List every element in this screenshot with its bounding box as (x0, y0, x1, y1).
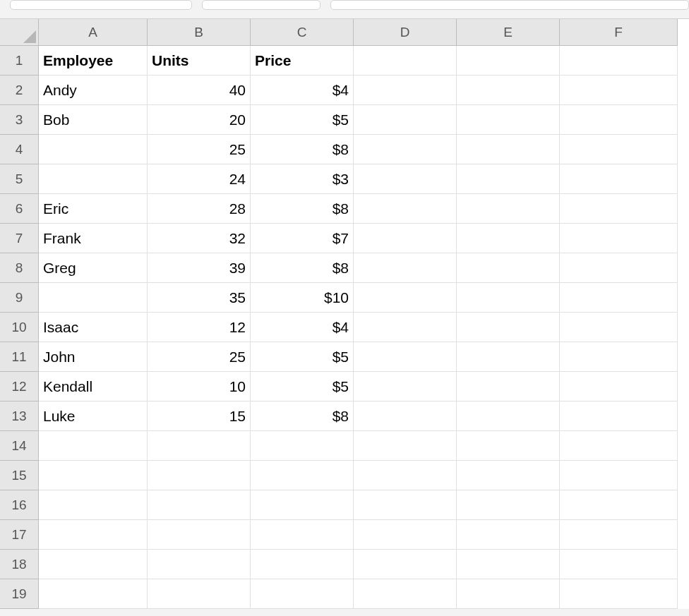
cell-A9[interactable] (39, 283, 148, 313)
cell-E8[interactable] (457, 253, 560, 283)
row-header-13[interactable]: 13 (0, 401, 39, 431)
cell-C17[interactable] (251, 520, 354, 550)
cell-D19[interactable] (354, 579, 457, 609)
cell-D3[interactable] (354, 105, 457, 135)
cell-E12[interactable] (457, 372, 560, 401)
cell-B11[interactable]: 25 (148, 342, 251, 372)
cell-C5[interactable]: $3 (251, 164, 354, 194)
cell-A18[interactable] (39, 550, 148, 579)
row-header-12[interactable]: 12 (0, 372, 39, 401)
cell-C1[interactable]: Price (251, 46, 354, 76)
row-header-3[interactable]: 3 (0, 105, 39, 135)
row-header-19[interactable]: 19 (0, 579, 39, 609)
cell-C9[interactable]: $10 (251, 283, 354, 313)
cell-A5[interactable] (39, 164, 148, 194)
cell-F13[interactable] (560, 401, 678, 431)
cell-C2[interactable]: $4 (251, 76, 354, 105)
cell-C3[interactable]: $5 (251, 105, 354, 135)
cell-E3[interactable] (457, 105, 560, 135)
row-header-7[interactable]: 7 (0, 224, 39, 253)
cell-E18[interactable] (457, 550, 560, 579)
cell-F14[interactable] (560, 431, 678, 461)
cell-A1[interactable]: Employee (39, 46, 148, 76)
cell-D13[interactable] (354, 401, 457, 431)
cell-E11[interactable] (457, 342, 560, 372)
cell-C14[interactable] (251, 431, 354, 461)
cell-C10[interactable]: $4 (251, 313, 354, 342)
cell-C6[interactable]: $8 (251, 194, 354, 224)
cell-D4[interactable] (354, 135, 457, 164)
cell-D18[interactable] (354, 550, 457, 579)
cell-A14[interactable] (39, 431, 148, 461)
cell-F12[interactable] (560, 372, 678, 401)
cell-A12[interactable]: Kendall (39, 372, 148, 401)
cell-D8[interactable] (354, 253, 457, 283)
cell-C15[interactable] (251, 461, 354, 490)
cell-B14[interactable] (148, 431, 251, 461)
col-header-A[interactable]: A (39, 19, 148, 46)
cell-A8[interactable]: Greg (39, 253, 148, 283)
row-header-14[interactable]: 14 (0, 431, 39, 461)
cell-E9[interactable] (457, 283, 560, 313)
cell-F3[interactable] (560, 105, 678, 135)
cell-D7[interactable] (354, 224, 457, 253)
cell-D9[interactable] (354, 283, 457, 313)
cell-A7[interactable]: Frank (39, 224, 148, 253)
cell-E1[interactable] (457, 46, 560, 76)
cell-B6[interactable]: 28 (148, 194, 251, 224)
cell-D11[interactable] (354, 342, 457, 372)
cell-B15[interactable] (148, 461, 251, 490)
cell-A19[interactable] (39, 579, 148, 609)
cell-B9[interactable]: 35 (148, 283, 251, 313)
cell-E7[interactable] (457, 224, 560, 253)
col-header-F[interactable]: F (560, 19, 678, 46)
cell-B17[interactable] (148, 520, 251, 550)
cell-B7[interactable]: 32 (148, 224, 251, 253)
cell-F10[interactable] (560, 313, 678, 342)
cell-F18[interactable] (560, 550, 678, 579)
cell-D1[interactable] (354, 46, 457, 76)
cell-C16[interactable] (251, 490, 354, 520)
cell-E13[interactable] (457, 401, 560, 431)
cell-B18[interactable] (148, 550, 251, 579)
cell-A3[interactable]: Bob (39, 105, 148, 135)
cell-B10[interactable]: 12 (148, 313, 251, 342)
cell-D2[interactable] (354, 76, 457, 105)
col-header-C[interactable]: C (251, 19, 354, 46)
cell-B16[interactable] (148, 490, 251, 520)
cell-F19[interactable] (560, 579, 678, 609)
cell-F11[interactable] (560, 342, 678, 372)
cell-D17[interactable] (354, 520, 457, 550)
row-header-1[interactable]: 1 (0, 46, 39, 76)
select-all-corner[interactable] (0, 19, 39, 46)
cell-D12[interactable] (354, 372, 457, 401)
row-header-16[interactable]: 16 (0, 490, 39, 520)
cell-B8[interactable]: 39 (148, 253, 251, 283)
cell-F5[interactable] (560, 164, 678, 194)
cell-E17[interactable] (457, 520, 560, 550)
cell-E16[interactable] (457, 490, 560, 520)
row-header-17[interactable]: 17 (0, 520, 39, 550)
cell-B5[interactable]: 24 (148, 164, 251, 194)
cell-C4[interactable]: $8 (251, 135, 354, 164)
col-header-E[interactable]: E (457, 19, 560, 46)
row-header-18[interactable]: 18 (0, 550, 39, 579)
cell-F8[interactable] (560, 253, 678, 283)
cell-E10[interactable] (457, 313, 560, 342)
cell-A11[interactable]: John (39, 342, 148, 372)
row-header-10[interactable]: 10 (0, 313, 39, 342)
cell-E19[interactable] (457, 579, 560, 609)
cell-A15[interactable] (39, 461, 148, 490)
cell-D6[interactable] (354, 194, 457, 224)
cell-A10[interactable]: Isaac (39, 313, 148, 342)
cell-F1[interactable] (560, 46, 678, 76)
cell-A16[interactable] (39, 490, 148, 520)
row-header-5[interactable]: 5 (0, 164, 39, 194)
cell-F16[interactable] (560, 490, 678, 520)
cell-A13[interactable]: Luke (39, 401, 148, 431)
cell-A4[interactable] (39, 135, 148, 164)
cell-D10[interactable] (354, 313, 457, 342)
cell-E5[interactable] (457, 164, 560, 194)
cell-B19[interactable] (148, 579, 251, 609)
col-header-D[interactable]: D (354, 19, 457, 46)
